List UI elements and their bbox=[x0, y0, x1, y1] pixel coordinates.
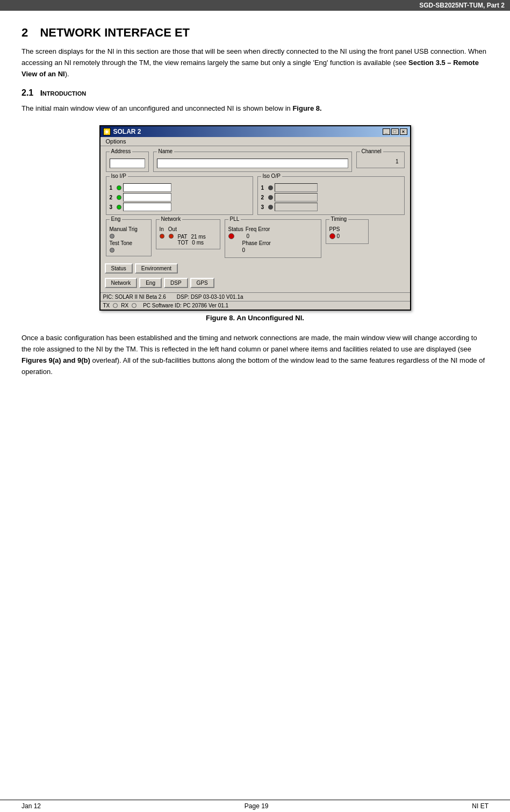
rx-label: RX bbox=[121, 303, 128, 308]
timing-pps-value: 0 bbox=[337, 233, 340, 239]
top-row: Address Name Channel 1 bbox=[105, 150, 406, 173]
network-group: Network In Out bbox=[156, 219, 220, 249]
iso-op-led-2 bbox=[268, 195, 273, 200]
net-in-led bbox=[160, 234, 164, 239]
iso-ip-num-1: 1 bbox=[110, 185, 115, 191]
pll-status-label: Status bbox=[228, 226, 243, 232]
status-button[interactable]: Status bbox=[105, 263, 133, 274]
section21-number: 2.1 bbox=[21, 88, 33, 97]
pll-phase-error-label: Phase Error bbox=[242, 240, 271, 246]
net-right: PAT 21 ms TOT 0 ms bbox=[178, 234, 206, 246]
net-content: In Out bbox=[160, 226, 217, 246]
net-out-led bbox=[169, 234, 174, 239]
channel-group: Channel 1 bbox=[356, 152, 405, 168]
address-input[interactable] bbox=[110, 159, 145, 168]
iso-op-row-3: 3 bbox=[261, 203, 401, 211]
tx-rx-group: TX RX PC Software ID: PC 20786 Ver 01.1 bbox=[103, 303, 229, 308]
pll-phase-error-value: 0 bbox=[242, 247, 246, 253]
footer-center: Page 19 bbox=[245, 802, 269, 810]
titlebar-left: ☀ SOLAR 2 bbox=[103, 128, 141, 135]
name-label: Name bbox=[157, 148, 175, 154]
dialog-icon: ☀ bbox=[103, 128, 111, 135]
pll-phase-row: 0 bbox=[228, 247, 318, 253]
iso-op-num-1: 1 bbox=[261, 185, 267, 191]
iso-op-row-2: 2 bbox=[261, 193, 401, 202]
iso-ip-label: Iso I/P bbox=[110, 173, 128, 179]
subfacility-gps-button[interactable]: GPS bbox=[190, 278, 214, 288]
iso-op-num-2: 2 bbox=[261, 195, 267, 200]
section21-label: Introduction bbox=[40, 88, 86, 97]
iso-op-label: Iso O/P bbox=[261, 173, 282, 179]
menu-options[interactable]: Options bbox=[103, 138, 130, 145]
eng-group: Eng Manual Trig Test Tone bbox=[106, 219, 152, 256]
subfacility-row: Network Eng DSP GPS bbox=[105, 278, 406, 288]
iso-row: Iso I/P 1 2 bbox=[105, 175, 406, 216]
manual-trig-label: Manual Trig bbox=[110, 226, 138, 232]
iso-op-num-3: 3 bbox=[261, 204, 267, 210]
iso-op-row-1: 1 bbox=[261, 183, 401, 192]
eng-content: Manual Trig Test Tone bbox=[110, 226, 148, 253]
subfacility-network-button[interactable]: Network bbox=[105, 278, 138, 288]
channel-value: 1 bbox=[360, 159, 401, 164]
close-button[interactable]: × bbox=[400, 128, 407, 135]
figure8-ref: Figure 8. bbox=[292, 104, 321, 112]
subfacility-dsp-button[interactable]: DSP bbox=[164, 278, 188, 288]
net-in-label: In bbox=[160, 226, 164, 232]
timing-pps-row: 0 bbox=[329, 233, 365, 239]
eng-label: Eng bbox=[110, 216, 123, 222]
pll-group: PLL Status Freq Error 0 bbox=[225, 219, 321, 258]
pll-freq-error-label: Freq Error bbox=[246, 226, 270, 232]
name-input[interactable] bbox=[157, 159, 348, 168]
dialog-title: SOLAR 2 bbox=[113, 128, 141, 135]
iso-ip-field-1[interactable] bbox=[123, 183, 171, 192]
network-label: Network bbox=[160, 216, 183, 222]
header-title: SGD-SB2025NT-TUM, Part 2 bbox=[419, 2, 505, 9]
net-tot-row: TOT 0 ms bbox=[178, 240, 206, 246]
test-tone-label: Test Tone bbox=[110, 240, 133, 246]
btn-row: Status Environment bbox=[105, 263, 406, 274]
footer-right: NI ET bbox=[472, 802, 489, 810]
figure8-container: ☀ SOLAR 2 _ □ × Options bbox=[21, 125, 489, 322]
net-pat-row: PAT 21 ms bbox=[178, 234, 206, 240]
iso-ip-led-3 bbox=[117, 205, 121, 210]
net-pat-value: 21 ms bbox=[191, 234, 205, 240]
figures-9-ref: Figures 9(a) and 9(b) bbox=[21, 356, 90, 364]
pll-content: Status Freq Error 0 Phase Error bbox=[228, 226, 318, 253]
dialog-main-layout: Address Name Channel 1 bbox=[105, 150, 406, 288]
manual-trig-led bbox=[110, 234, 114, 239]
test-tone-led bbox=[110, 248, 114, 253]
iso-op-field-3[interactable] bbox=[275, 203, 318, 211]
iso-ip-field-3[interactable] bbox=[123, 203, 171, 211]
iso-op-field-1[interactable] bbox=[275, 183, 318, 192]
dialog-body: Address Name Channel 1 bbox=[100, 146, 410, 292]
main-content: 2 NETWORK INTERFACE ET The screen displa… bbox=[0, 11, 510, 396]
section2-title: NETWORK INTERFACE ET bbox=[40, 26, 190, 39]
maximize-button[interactable]: □ bbox=[391, 128, 399, 135]
tx-led bbox=[113, 303, 118, 308]
pll-phase-header: Phase Error bbox=[228, 240, 318, 246]
dialog-controls[interactable]: _ □ × bbox=[383, 128, 407, 135]
after-figure-text: Once a basic configuration has been esta… bbox=[21, 333, 489, 377]
net-tot-value: 0 ms bbox=[192, 240, 204, 246]
timing-pps-led bbox=[329, 233, 335, 239]
iso-ip-num-3: 3 bbox=[110, 204, 115, 210]
pll-freq-error-value: 0 bbox=[247, 233, 250, 239]
pll-header: Status Freq Error bbox=[228, 226, 318, 232]
pll-label: PLL bbox=[228, 216, 241, 222]
subfacility-eng-button[interactable]: Eng bbox=[139, 278, 162, 288]
iso-op-field-2[interactable] bbox=[275, 193, 318, 202]
pll-status-row: 0 bbox=[228, 233, 318, 239]
section2-heading: 2 NETWORK INTERFACE ET bbox=[21, 26, 489, 40]
footer-left: Jan 12 bbox=[21, 802, 41, 810]
statusbar-dsp: DSP: DSP 03-03-10 V01.1a bbox=[177, 294, 243, 300]
address-label: Address bbox=[110, 148, 133, 154]
environment-button[interactable]: Environment bbox=[135, 263, 178, 274]
footer: Jan 12 Page 19 NI ET bbox=[0, 800, 510, 812]
section21-intro: The initial main window view of an uncon… bbox=[21, 103, 489, 114]
channel-label: Channel bbox=[360, 148, 383, 154]
iso-ip-inputs: 1 2 3 bbox=[110, 183, 249, 211]
iso-ip-field-2[interactable] bbox=[123, 193, 171, 202]
iso-ip-group: Iso I/P 1 2 bbox=[106, 176, 253, 215]
minimize-button[interactable]: _ bbox=[383, 128, 390, 135]
dialog-titlebar: ☀ SOLAR 2 _ □ × bbox=[100, 126, 410, 137]
